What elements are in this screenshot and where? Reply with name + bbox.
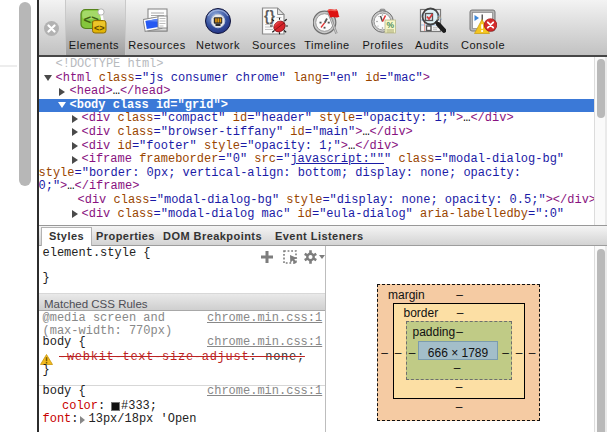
svg-text:<>: <> (94, 23, 105, 33)
svg-text:A: A (437, 13, 443, 22)
svg-text:{}: {} (264, 8, 275, 24)
svg-text:%: % (386, 20, 394, 30)
